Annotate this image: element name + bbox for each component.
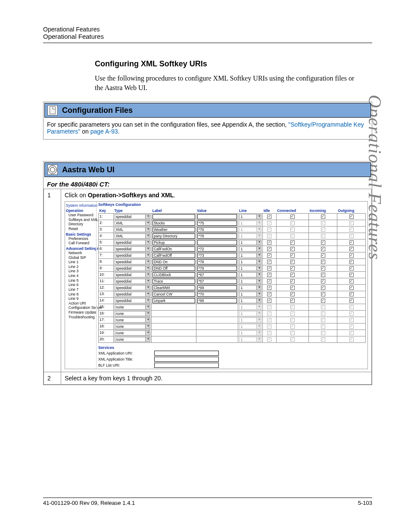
service-input[interactable]	[154, 357, 219, 362]
nav-item[interactable]: Line 1	[68, 260, 95, 264]
incoming-checkbox[interactable]	[321, 247, 325, 251]
label-input[interactable]: DND On	[153, 259, 195, 264]
line-select[interactable]: 1	[239, 279, 262, 284]
outgoing-checkbox[interactable]	[349, 299, 354, 303]
nav-item[interactable]: Directory	[68, 222, 95, 227]
type-select[interactable]: none	[115, 324, 150, 329]
nav-item[interactable]: Troubleshooting	[68, 315, 95, 320]
connected-checkbox[interactable]	[290, 279, 295, 283]
service-input[interactable]	[154, 363, 219, 368]
idle-checkbox[interactable]	[267, 292, 271, 296]
connected-checkbox[interactable]	[290, 253, 295, 258]
incoming-checkbox[interactable]	[321, 260, 325, 264]
connected-checkbox[interactable]	[290, 286, 295, 290]
nav-item[interactable]: Line 6	[68, 283, 95, 287]
label-input[interactable]: ClearMWI	[153, 285, 195, 290]
type-select[interactable]: speeddial	[115, 266, 150, 271]
connected-checkbox[interactable]	[290, 299, 295, 303]
line-select[interactable]: 1	[239, 246, 262, 252]
idle-checkbox[interactable]	[267, 279, 271, 283]
type-select[interactable]: none	[115, 305, 150, 310]
page-ref-link[interactable]: page A-93	[90, 128, 118, 135]
nav-item[interactable]: Line 7	[68, 287, 95, 292]
nav-item[interactable]: Softkeys and XML	[68, 218, 95, 222]
value-input[interactable]: *72	[197, 246, 237, 252]
value-input[interactable]	[197, 214, 237, 219]
type-select[interactable]: none	[115, 311, 150, 316]
nav-item[interactable]: Line 4	[68, 274, 95, 278]
incoming-checkbox[interactable]	[321, 286, 325, 290]
label-input[interactable]: DND Off	[153, 266, 195, 271]
nav-item[interactable]: Configuration Server	[68, 305, 95, 310]
label-input[interactable]: CallFwdOff	[153, 253, 195, 258]
idle-checkbox[interactable]	[267, 266, 271, 271]
incoming-checkbox[interactable]	[321, 215, 325, 219]
label-input[interactable]: Cancel CW	[153, 292, 195, 297]
value-input[interactable]: *75	[197, 221, 237, 226]
line-select[interactable]: 1	[239, 298, 262, 303]
line-select[interactable]: 1	[239, 292, 262, 297]
line-select[interactable]: 1	[239, 266, 262, 271]
nav-item[interactable]: Action URI	[68, 301, 95, 306]
label-input[interactable]: Pickup	[153, 240, 195, 245]
label-input[interactable]: Trace	[153, 279, 195, 284]
label-input[interactable]	[153, 214, 195, 219]
nav-item[interactable]: Network	[68, 251, 95, 255]
incoming-checkbox[interactable]	[321, 279, 325, 283]
outgoing-checkbox[interactable]	[349, 273, 354, 277]
type-select[interactable]: none	[115, 337, 150, 342]
connected-checkbox[interactable]	[290, 215, 295, 219]
connected-checkbox[interactable]	[290, 273, 295, 277]
nav-item[interactable]: Call Forward	[68, 241, 95, 246]
connected-checkbox[interactable]	[290, 266, 295, 271]
nav-item[interactable]: System Information	[66, 203, 95, 208]
nav-item[interactable]: Firmware Update	[68, 310, 95, 315]
outgoing-checkbox[interactable]	[349, 286, 354, 290]
type-select[interactable]: speeddial	[115, 292, 150, 297]
value-input[interactable]: *88	[197, 298, 237, 303]
incoming-checkbox[interactable]	[321, 266, 325, 271]
idle-checkbox[interactable]	[267, 273, 271, 277]
label-input[interactable]: CallFwdOn	[153, 246, 195, 252]
outgoing-checkbox[interactable]	[349, 279, 354, 283]
value-input[interactable]: *73	[197, 253, 237, 258]
incoming-checkbox[interactable]	[321, 253, 325, 258]
incoming-checkbox[interactable]	[321, 240, 325, 245]
type-select[interactable]: none	[115, 330, 150, 336]
idle-checkbox[interactable]	[267, 286, 271, 290]
type-select[interactable]: speeddial	[115, 240, 150, 245]
label-input[interactable]: CLIDBlock	[153, 272, 195, 277]
type-select[interactable]: XML	[115, 221, 150, 226]
nav-item[interactable]: Line 5	[68, 278, 95, 283]
value-input[interactable]: *78	[197, 233, 237, 239]
idle-checkbox[interactable]	[267, 240, 271, 245]
outgoing-checkbox[interactable]	[349, 260, 354, 264]
line-select[interactable]: 1	[239, 214, 262, 219]
outgoing-checkbox[interactable]	[349, 292, 354, 296]
outgoing-checkbox[interactable]	[349, 266, 354, 271]
type-select[interactable]: speeddial	[115, 285, 150, 290]
value-input[interactable]: *79	[197, 266, 237, 271]
connected-checkbox[interactable]	[290, 247, 295, 251]
type-select[interactable]: speeddial	[115, 253, 150, 258]
connected-checkbox[interactable]	[290, 240, 295, 245]
type-select[interactable]: XML	[115, 227, 150, 232]
nav-item[interactable]: Line 8	[68, 292, 95, 297]
value-input[interactable]	[197, 240, 237, 245]
type-select[interactable]: speeddial	[115, 298, 150, 303]
idle-checkbox[interactable]	[267, 260, 271, 264]
type-select[interactable]: speeddial	[115, 279, 150, 284]
type-select[interactable]: speeddial	[115, 214, 150, 219]
line-select[interactable]: 1	[239, 285, 262, 290]
idle-checkbox[interactable]	[267, 253, 271, 258]
incoming-checkbox[interactable]	[321, 299, 325, 303]
value-input[interactable]: *78	[197, 259, 237, 264]
type-select[interactable]: speeddial	[115, 246, 150, 252]
label-input[interactable]: Weather	[153, 227, 195, 232]
connected-checkbox[interactable]	[290, 292, 295, 296]
outgoing-checkbox[interactable]	[349, 240, 354, 245]
value-input[interactable]: *57	[197, 279, 237, 284]
label-input[interactable]: Stocks	[153, 221, 195, 226]
nav-item[interactable]: Global SIP	[68, 255, 95, 260]
line-select[interactable]: 1	[239, 272, 262, 277]
